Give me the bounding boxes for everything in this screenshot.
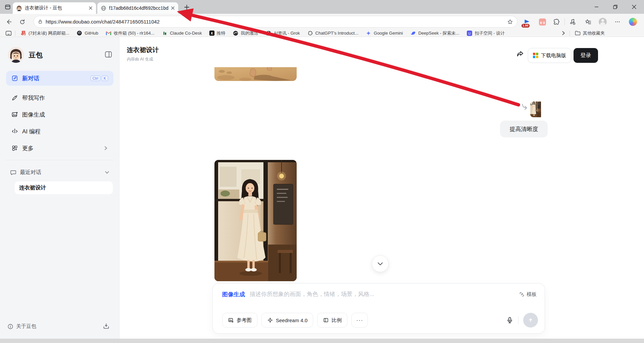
write-pen-icon (11, 94, 18, 101)
address-bar[interactable] (34, 16, 517, 28)
recent-chat-item-dress-design[interactable]: 连衣裙设计 (15, 181, 113, 194)
bookmarks-overflow-chevron[interactable] (558, 30, 568, 37)
bookmark-gemini[interactable]: Google Gemini (362, 30, 407, 37)
collapse-sidebar-icon[interactable] (105, 51, 112, 58)
back-icon[interactable] (4, 17, 13, 27)
sidebar-item-more[interactable]: 更多 (6, 140, 113, 157)
sidebar-item-new-chat[interactable]: 新对话 Ctrl K (6, 71, 113, 86)
copilot-icon[interactable] (628, 17, 638, 27)
bookmarks-bar: 易 (7封未读) 网易邮箱... GitHub 收件箱 (50) - rlr16… (0, 30, 644, 37)
folder-icon (575, 31, 581, 36)
tab-actions-icon[interactable] (3, 3, 12, 11)
window-bottom-edge (0, 339, 644, 343)
aspect-ratio-button[interactable]: 比例 (317, 313, 347, 328)
settings-ellipsis-icon[interactable] (613, 17, 622, 27)
microphone-icon[interactable] (506, 316, 513, 324)
brand-name: 豆包 (29, 50, 43, 60)
user-message-thumbnail[interactable] (530, 101, 543, 117)
bookmark-activation[interactable]: 我的激活 (229, 30, 262, 37)
refresh-icon[interactable] (17, 17, 27, 27)
bookmark-github[interactable]: GitHub (73, 30, 102, 37)
page-title: 连衣裙设计 (127, 46, 159, 54)
bookmark-twitter[interactable]: X 推特 (206, 30, 229, 37)
login-button[interactable]: 登录 (574, 48, 598, 63)
code-icon (11, 128, 18, 135)
github-icon (77, 30, 82, 36)
shortcut-badge: Ctrl K (91, 76, 108, 81)
generated-image-dress[interactable] (214, 160, 297, 281)
trading-extension-icon[interactable]: 1.00 (522, 17, 532, 27)
image-gen-mode-tag[interactable]: 图像生成 (222, 291, 245, 298)
gemini-icon (366, 30, 371, 36)
bookmark-label: GitHub (85, 31, 98, 36)
profile-avatar[interactable] (598, 17, 607, 27)
screenshot-root: { "browser": { "tabs": [ { "title": "连衣裙… (0, 0, 644, 343)
other-favorites-folder[interactable]: 其他收藏夹 (571, 30, 608, 37)
sidebar-item-ai-coding[interactable]: AI 编程 (6, 123, 113, 140)
new-tab-button[interactable] (183, 3, 191, 11)
bookmarks-separator (569, 31, 570, 36)
bookmark-kouzi[interactable]: 扣子空间 - 设计 (463, 30, 509, 37)
bookmark-deepseek[interactable]: DeepSeek - 探索未... (406, 30, 463, 37)
sidebar-item-label: 帮我写作 (22, 94, 45, 102)
bookmark-grok[interactable]: AI资讯 - Grok (262, 30, 304, 37)
bookmark-chatgpt[interactable]: ChatGPT's Introduct... (304, 30, 362, 37)
brand-block[interactable]: 豆包 (8, 47, 43, 63)
scroll-to-bottom-button[interactable] (372, 255, 389, 272)
about-doubao[interactable]: 关于豆包 (7, 323, 36, 330)
image-icon (11, 111, 18, 118)
window-minimize-button[interactable] (589, 0, 604, 13)
template-icon (519, 292, 525, 297)
tab-close-icon[interactable] (89, 6, 93, 10)
recent-chats-header[interactable]: 最近对话 (6, 167, 113, 178)
more-grid-icon (11, 145, 18, 152)
sidebar-item-image-gen[interactable]: 图像生成 (6, 106, 113, 123)
sidebar-item-label: AI 编程 (22, 128, 41, 135)
sparkle-icon (267, 317, 273, 323)
tab-title: 连衣裙设计 - 豆包 (25, 5, 87, 11)
grok-icon (266, 30, 271, 36)
model-seedream-button[interactable]: Seedream 4.0 (261, 313, 313, 328)
download-app-icon[interactable] (103, 323, 110, 330)
extensions-puzzle-icon[interactable] (552, 17, 561, 27)
window-restore-button[interactable] (607, 0, 623, 13)
chat-bubble-icon (10, 169, 16, 176)
window-close-button[interactable] (626, 0, 642, 13)
browser-tab-hash[interactable]: f17adb68d16c4df692bcc1bd7a81 (97, 2, 178, 14)
bookmark-netease[interactable]: 易 (7封未读) 网易邮箱... (17, 30, 73, 37)
bookmark-label: AI资讯 - Grok (274, 30, 300, 36)
globe-favicon (101, 5, 106, 11)
more-tools-button[interactable]: ··· (351, 313, 368, 328)
download-desktop-button[interactable]: 下载电脑版 (528, 48, 571, 63)
media-controls-icon[interactable] (568, 17, 577, 27)
generated-image-beach[interactable] (214, 67, 297, 81)
mobile-favorites-icon[interactable] (3, 30, 14, 37)
tab-close-icon[interactable] (171, 6, 175, 10)
key-k: K (102, 76, 108, 81)
doubao-sidebar: 豆包 新对话 Ctrl K 帮我写作 图像生成 AI 编程 更多 (0, 37, 119, 339)
browser-toolbar: 1.00 (0, 14, 644, 30)
template-button[interactable]: 模板 (519, 291, 537, 298)
favorite-star-icon[interactable] (507, 19, 513, 25)
prompt-input[interactable] (250, 291, 519, 298)
bookmark-label: 我的激活 (241, 30, 258, 36)
chevron-right-icon (103, 146, 108, 151)
collections-star-icon[interactable] (583, 17, 593, 27)
other-favorites-label: 其他收藏夹 (583, 30, 605, 36)
bookmark-gmail[interactable]: 收件箱 (50) - rlr164... (102, 30, 158, 37)
reference-image-icon (228, 317, 234, 323)
url-input[interactable] (46, 19, 507, 25)
reference-image-button[interactable]: 参考图 (222, 313, 257, 328)
send-button[interactable] (523, 313, 538, 328)
sidebar-item-help-write[interactable]: 帮我写作 (6, 89, 113, 106)
sidebar-item-label: 图像生成 (22, 111, 45, 119)
download-desktop-label: 下载电脑版 (541, 52, 566, 59)
composer: 图像生成 模板 参考图 Seedream 4.0 比例 ··· (212, 283, 545, 334)
gmail-icon (106, 30, 111, 36)
sidebar-item-label: 更多 (22, 144, 34, 152)
user-message-bubble: 提高清晰度 (500, 121, 548, 137)
share-icon[interactable] (516, 50, 524, 58)
browser-tab-doubao[interactable]: 连衣裙设计 - 豆包 (13, 2, 96, 14)
bookmark-claude-codesk[interactable]: Claude Co-Desk (158, 30, 205, 37)
pink-extension-icon[interactable] (538, 17, 547, 27)
